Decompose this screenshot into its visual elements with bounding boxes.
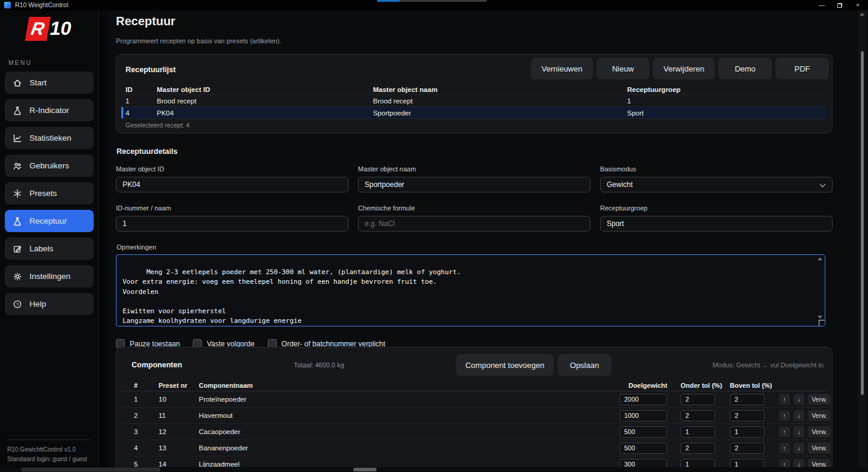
resize-grip[interactable] [819,320,825,326]
id-number-label: ID-nummer / naam [116,204,348,212]
asterisk-icon [13,189,22,198]
sidebar: R10 MENU Start R-Indicator Statistieken … [0,10,99,472]
flask-icon [13,106,22,115]
remarks-textarea[interactable]: Meng 2-3 eetlepels poeder met 250-300 ml… [116,254,825,326]
group-field[interactable] [600,216,833,231]
move-up-button[interactable]: ↑ [779,410,790,421]
col-master-id: Master object ID [157,86,373,93]
table-row[interactable]: 1 Brood recept Brood recept 1 [121,95,827,107]
target-weight-input[interactable] [619,443,667,454]
horizontal-scrollbar-region[interactable] [21,468,160,471]
remove-component-button[interactable]: Verw. [808,443,831,453]
sidebar-item-presets[interactable]: Presets [5,182,94,204]
login-info: Standaard login: guest / guest [7,455,91,464]
gear-icon [13,272,22,281]
component-row: 1 10 Proteïnepoeder ↑ ↓ Verw. [121,391,827,408]
master-name-field[interactable] [358,177,590,192]
master-id-field[interactable] [116,177,348,192]
total-weight: Totaal: 4600.0 kg [294,361,344,369]
chevron-down-icon [820,182,826,188]
components-card: Componenten Totaal: 4600.0 kg Component … [116,347,833,472]
top-progress-segment-gray [399,0,487,2]
delete-button[interactable]: Verwijderen [653,58,715,79]
demo-button[interactable]: Demo [718,58,772,79]
components-table: # Preset nr Componentnaam Doelgewicht On… [121,380,827,472]
top-progress-segment-blue [377,0,399,2]
sidebar-item-statistieken[interactable]: Statistieken [5,127,94,149]
scroll-up-icon[interactable] [818,257,822,260]
id-number-field[interactable] [116,216,348,231]
app-version: R10 GewichttControl v1.0 [7,445,91,455]
components-title: Componenten [132,361,182,369]
app-window: R10 WeightControl — × R10 MENU Start R-I… [0,0,868,472]
remove-component-button[interactable]: Verw. [808,410,831,421]
target-weight-input[interactable] [619,410,667,421]
under-tol-input[interactable] [681,394,715,405]
col-over-tol: Boven tol (%) [730,382,779,389]
move-down-button[interactable]: ↓ [794,426,804,437]
under-tol-input[interactable] [681,443,715,454]
over-tol-input[interactable] [730,426,765,438]
recipe-table: ID Master object ID Master object naam R… [121,84,827,119]
selected-recipe-note: Geselecteerd recept: 4 [126,121,189,129]
col-id: ID [126,86,157,93]
sidebar-item-receptuur[interactable]: Receptuur [5,210,94,232]
under-tol-input[interactable] [681,426,715,438]
horizontal-scrollbar[interactable] [0,467,868,472]
horizontal-scrollbar-thumb[interactable] [353,468,377,471]
add-component-button[interactable]: Component toevoegen [456,354,554,376]
group-label: Receptuurgroep [600,204,833,212]
sidebar-item-help[interactable]: ? Help [5,293,94,315]
over-tol-input[interactable] [730,410,765,421]
col-under-tol: Onder tol (%) [681,382,730,389]
logo-r-badge: R [25,17,51,41]
table-row-selected[interactable]: 4 PK04 Sportpoeder Sport [121,107,827,119]
remove-component-button[interactable]: Verw. [808,394,831,405]
vertical-scrollbar-thumb[interactable] [861,51,864,395]
sidebar-item-instellingen[interactable]: Instellingen [5,265,94,287]
close-button[interactable]: × [849,0,867,10]
remove-component-button[interactable]: Verw. [808,426,831,437]
page-subtitle: Programmeert recepten op basis van prese… [116,37,281,44]
pdf-button[interactable]: PDF [775,58,829,79]
new-button[interactable]: Nieuw [596,58,649,79]
menu-section-label: MENU [8,60,32,66]
edit-icon [13,244,22,254]
basis-mode-select[interactable]: Gewicht [600,177,833,192]
target-weight-input[interactable] [619,426,667,438]
restore-button[interactable] [831,0,849,10]
svg-text:?: ? [16,302,19,307]
col-target: Doelgewicht [619,382,667,389]
scroll-up-icon[interactable] [860,13,864,16]
remarks-label: Opmerkingen [117,244,833,251]
refresh-button[interactable]: Vernieuwen [531,58,593,79]
over-tol-input[interactable] [730,443,765,454]
help-icon: ? [13,299,22,309]
move-down-button[interactable]: ↓ [794,394,804,405]
vertical-scrollbar[interactable] [858,10,866,472]
minimize-button[interactable]: — [813,0,831,10]
mode-note: Modus: Gewicht → vul Doelgewicht in [712,361,824,369]
sidebar-item-gebruikers[interactable]: Gebruikers [5,155,94,177]
target-weight-input[interactable] [619,394,667,405]
recipe-details-section: Receptuurdetails Master object ID Master… [116,144,833,348]
components-table-header: # Preset nr Componentnaam Doelgewicht On… [121,380,827,391]
sidebar-item-start[interactable]: Start [5,72,94,94]
sidebar-item-r-indicator[interactable]: R-Indicator [5,99,94,121]
save-button[interactable]: Opslaan [557,354,612,376]
sidebar-item-labels[interactable]: Labels [5,238,94,260]
move-up-button[interactable]: ↑ [779,426,790,437]
move-down-button[interactable]: ↓ [794,443,804,453]
sidebar-nav: Start R-Indicator Statistieken Gebruiker… [5,72,94,315]
page-title: Receptuur [116,14,175,28]
move-up-button[interactable]: ↑ [779,394,790,405]
scroll-down-icon[interactable] [818,316,822,319]
under-tol-input[interactable] [681,410,715,421]
over-tol-input[interactable] [730,394,765,405]
move-up-button[interactable]: ↑ [779,443,790,453]
app-logo: R10 [0,17,99,41]
sidebar-footer: R10 GewichttControl v1.0 Standaard login… [7,440,91,464]
formula-field[interactable] [358,216,590,231]
move-down-button[interactable]: ↓ [794,410,804,421]
close-icon: × [856,2,860,8]
